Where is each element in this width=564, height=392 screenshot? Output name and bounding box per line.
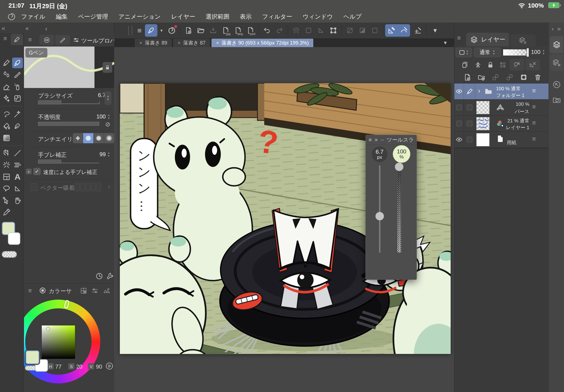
toolbar-invert-selection-button[interactable] bbox=[356, 24, 369, 37]
tool-hand[interactable] bbox=[12, 195, 23, 206]
tab-close-icon[interactable] bbox=[178, 40, 181, 45]
history-icon[interactable] bbox=[95, 272, 103, 280]
toolbar-new-canvas-button[interactable] bbox=[182, 24, 195, 37]
slider-minimize-icon[interactable] bbox=[381, 138, 384, 142]
layer-thumbnail[interactable] bbox=[476, 133, 490, 146]
size-slider-track[interactable] bbox=[379, 165, 380, 253]
layer-mask-icon[interactable] bbox=[520, 73, 528, 81]
antialias-strong-button[interactable] bbox=[104, 133, 114, 143]
toolbar-pen-mode-chevron[interactable] bbox=[160, 29, 163, 32]
tool-fill[interactable] bbox=[1, 121, 12, 131]
color-set-tab-icon[interactable] bbox=[80, 287, 87, 294]
color-menu-icon[interactable] bbox=[28, 288, 32, 294]
tool-lasso[interactable] bbox=[1, 109, 12, 120]
layer-handle-icon[interactable] bbox=[532, 120, 536, 126]
toolbar-snap-selection-button[interactable] bbox=[302, 24, 315, 37]
color-mixing-tab-icon[interactable] bbox=[103, 287, 111, 294]
layer-edit-checkbox[interactable] bbox=[467, 137, 472, 142]
opacity-spinner[interactable] bbox=[107, 114, 110, 120]
merge-down-icon[interactable] bbox=[506, 73, 514, 81]
slider-close-icon[interactable] bbox=[374, 137, 378, 143]
brush-size-expand-button[interactable] bbox=[105, 91, 111, 105]
layer-handle-icon[interactable] bbox=[532, 104, 536, 110]
toolbar-snap-gradient-button[interactable] bbox=[315, 24, 327, 37]
tool-pen[interactable] bbox=[12, 58, 23, 68]
stabilize-value[interactable]: 99 bbox=[94, 151, 106, 158]
menu-window[interactable]: ウィンドウ bbox=[303, 13, 333, 21]
tool-airbrush[interactable] bbox=[12, 81, 23, 92]
toolbar-open-button[interactable] bbox=[195, 24, 207, 37]
toolbar-export-jpg-button[interactable]: jpg bbox=[219, 24, 232, 37]
tool-3d-object[interactable] bbox=[1, 148, 12, 158]
menu-file[interactable]: ファイル bbox=[21, 13, 45, 21]
color-wheel-tab-label[interactable]: カラーサ bbox=[49, 287, 75, 295]
color-history-play-icon[interactable] bbox=[105, 362, 114, 371]
toolbar-selection-border-button[interactable] bbox=[369, 24, 381, 37]
color-slider-tab-icon[interactable] bbox=[91, 287, 99, 294]
speed-stabilize-checkbox[interactable] bbox=[33, 168, 41, 175]
toolbar-export-psd-button[interactable]: psd bbox=[244, 24, 257, 37]
tool-strip-tab[interactable] bbox=[11, 34, 23, 45]
toolbar-undo-button[interactable] bbox=[261, 24, 273, 37]
toolbar-pen-mode-button[interactable] bbox=[145, 24, 157, 37]
tab-close-icon[interactable] bbox=[139, 40, 142, 45]
layer-handle-icon[interactable] bbox=[532, 88, 536, 94]
brush-size-value[interactable]: 6.7 bbox=[94, 92, 106, 98]
strip-layers-button[interactable] bbox=[550, 36, 563, 53]
expand-strip-icon[interactable] bbox=[552, 26, 554, 32]
layer-opacity-handle[interactable] bbox=[526, 48, 529, 57]
toolbar-clip-studio-button[interactable] bbox=[166, 24, 178, 37]
settings-wrench-icon[interactable] bbox=[106, 272, 114, 280]
layer-handle-icon[interactable] bbox=[532, 136, 536, 142]
antialias-none-button[interactable] bbox=[73, 133, 83, 143]
toolbar-snap-ruler-button[interactable] bbox=[385, 24, 398, 37]
antialias-medium-button[interactable] bbox=[94, 133, 104, 143]
tool-ruler[interactable] bbox=[12, 183, 23, 194]
menu-edit[interactable]: 編集 bbox=[56, 13, 68, 21]
layer-property-tab[interactable] bbox=[510, 34, 536, 46]
background-swatch[interactable] bbox=[8, 232, 20, 245]
toolbar-export-png-button[interactable]: png bbox=[232, 24, 244, 37]
brush-lock-button[interactable] bbox=[103, 62, 112, 73]
sv-square[interactable] bbox=[41, 325, 75, 359]
layer-visible-checkbox[interactable] bbox=[456, 105, 462, 110]
layer-visible-eye-icon[interactable] bbox=[455, 88, 463, 95]
sv-marker[interactable] bbox=[47, 327, 50, 331]
toolbar-snap-special-ruler-button[interactable] bbox=[398, 24, 410, 37]
vector-snap-opt-4[interactable] bbox=[91, 183, 96, 191]
opacity-slider[interactable] bbox=[38, 122, 99, 126]
color-wheel-tab-icon[interactable] bbox=[39, 287, 47, 294]
transfer-down-icon[interactable] bbox=[492, 73, 499, 81]
menu-view[interactable]: 表示 bbox=[240, 13, 252, 21]
color-fg-mini-swatch[interactable] bbox=[25, 350, 39, 364]
collapse-all-icon[interactable] bbox=[557, 26, 561, 32]
collapse-prop-icon[interactable] bbox=[45, 25, 47, 32]
antialias-weak-button[interactable] bbox=[83, 133, 93, 143]
size-slider-knob[interactable] bbox=[375, 212, 384, 221]
toolbar-redo-button[interactable] bbox=[273, 24, 286, 37]
tool-blend[interactable] bbox=[1, 69, 12, 80]
menu-help[interactable]: ヘルプ bbox=[343, 13, 362, 21]
tool-decoration[interactable] bbox=[1, 93, 12, 104]
tool-vector-pen[interactable] bbox=[12, 121, 23, 131]
layers-menu-icon[interactable] bbox=[457, 35, 461, 41]
layer-thumbnail[interactable] bbox=[476, 117, 490, 130]
tool-balloon[interactable] bbox=[1, 183, 12, 194]
toolbar-deselect-button[interactable] bbox=[344, 24, 356, 37]
tool-eraser[interactable] bbox=[1, 81, 12, 92]
vector-snap-opt-1[interactable] bbox=[75, 183, 80, 191]
tab-close-icon[interactable] bbox=[216, 40, 219, 45]
opacity-slider-track[interactable] bbox=[397, 165, 401, 253]
folder-expand-icon[interactable] bbox=[478, 87, 480, 94]
opacity-toggle-icon[interactable] bbox=[105, 121, 110, 127]
vector-snap-opt-5[interactable] bbox=[96, 183, 101, 191]
tool-brush[interactable] bbox=[12, 69, 23, 80]
tool-operation[interactable] bbox=[1, 195, 12, 206]
tool-gradient[interactable] bbox=[1, 133, 12, 143]
menu-layer[interactable]: レイヤー bbox=[171, 13, 195, 21]
vector-snap-opt-3[interactable] bbox=[85, 183, 90, 191]
vector-snap-checkbox[interactable] bbox=[30, 183, 38, 191]
tool-magic-wand[interactable] bbox=[12, 109, 23, 120]
menu-selection[interactable]: 選択範囲 bbox=[206, 13, 229, 21]
doc-tab-3-active[interactable]: 落書き 90 (693 x 566px 72dpi 199.3%) bbox=[211, 39, 313, 47]
